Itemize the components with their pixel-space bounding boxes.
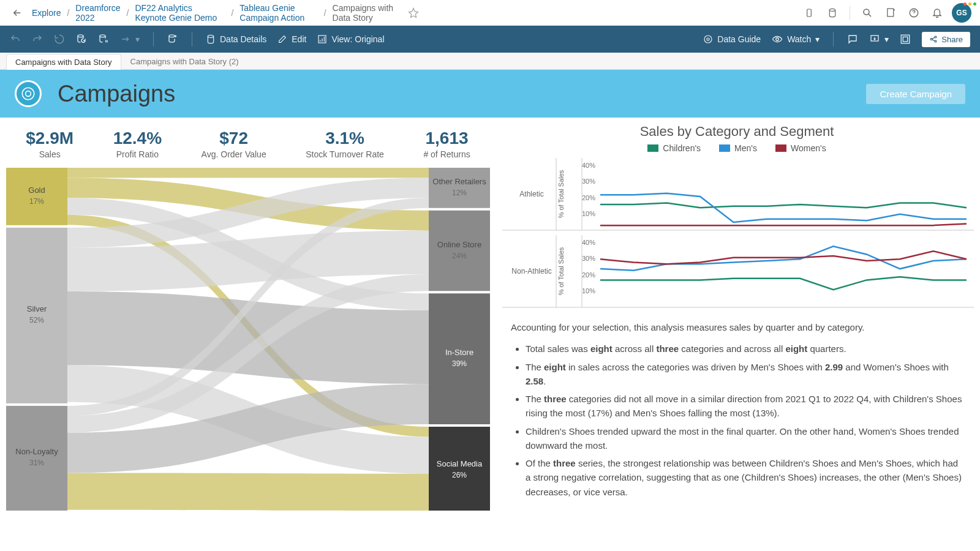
replay-button[interactable]: ▾: [120, 34, 140, 44]
story-intro: Accounting for your selection, this anal…: [511, 320, 963, 334]
revert-button[interactable]: [54, 34, 65, 45]
svg-text:Social Media: Social Media: [437, 459, 483, 468]
notifications-icon[interactable]: [929, 4, 946, 21]
svg-point-11: [704, 36, 712, 43]
breadcrumb: Explore/ Dreamforce 2022/ DF22 Analytics…: [32, 3, 399, 23]
right-pane: Sales by Category and Segment Children's…: [496, 118, 980, 551]
topbar: Explore/ Dreamforce 2022/ DF22 Analytics…: [0, 0, 980, 26]
tab-campaigns-data-story[interactable]: Campaigns with Data Story: [6, 54, 121, 70]
svg-text:12%: 12%: [452, 189, 467, 197]
redo-button[interactable]: [32, 34, 43, 45]
left-pane: $2.9MSales 12.4%Profit Ratio $72Avg. Ord…: [0, 118, 496, 551]
svg-text:31%: 31%: [29, 459, 44, 467]
svg-text:% of Total Sales: % of Total Sales: [557, 247, 565, 295]
legend-swatch: [775, 144, 786, 152]
back-button[interactable]: [9, 4, 26, 21]
svg-point-1: [829, 9, 835, 11]
svg-text:In-Store: In-Store: [445, 348, 473, 357]
create-campaign-button[interactable]: Create Campaign: [866, 84, 965, 104]
legend-swatch: [647, 144, 658, 152]
download-icon[interactable]: ▾: [869, 34, 889, 45]
svg-rect-0: [807, 9, 812, 17]
fullscreen-icon[interactable]: [900, 34, 911, 45]
kpi-stock-turnover: 3.1%Stock Turnover Rate: [306, 129, 384, 159]
dashboard-content: $2.9MSales 12.4%Profit Ratio $72Avg. Ord…: [0, 118, 980, 551]
window-traffic-lights: [963, 2, 976, 6]
svg-rect-14: [902, 35, 910, 43]
tab-campaigns-data-story-2[interactable]: Campaigns with Data Story (2): [121, 53, 248, 69]
database-icon[interactable]: [824, 4, 841, 21]
new-datasource-icon[interactable]: [167, 34, 178, 45]
svg-text:30%: 30%: [582, 178, 595, 185]
comments-icon[interactable]: [847, 34, 858, 45]
svg-rect-30: [429, 168, 490, 208]
undo-button[interactable]: [10, 34, 21, 45]
svg-point-6: [100, 35, 105, 37]
data-details-button[interactable]: Data Details: [206, 34, 266, 44]
svg-text:10%: 10%: [582, 210, 595, 217]
dashboard-title: Campaigns: [58, 81, 850, 107]
svg-text:30%: 30%: [582, 255, 595, 262]
svg-text:Online Store: Online Store: [437, 240, 481, 249]
sankey-chart[interactable]: Gold17%Silver52%Non-Loyalty31%Other Reta…: [6, 168, 490, 511]
dashboard-banner: Campaigns Create Campaign: [0, 70, 980, 118]
data-guide-button[interactable]: Data Guide: [703, 34, 761, 44]
story-bullet: Total sales was eight across all three c…: [526, 342, 963, 356]
svg-point-19: [22, 88, 34, 100]
svg-point-10: [707, 38, 709, 40]
kpi-profit-ratio: 12.4%Profit Ratio: [113, 129, 162, 159]
avatar[interactable]: GS: [952, 3, 971, 23]
view-button[interactable]: View: Original: [317, 34, 384, 44]
svg-rect-3: [887, 9, 893, 17]
breadcrumb-link[interactable]: Dreamforce 2022: [75, 3, 120, 23]
favorite-icon[interactable]: [405, 4, 422, 21]
svg-text:Athletic: Athletic: [519, 190, 543, 198]
svg-text:Gold: Gold: [28, 186, 45, 195]
svg-point-7: [169, 35, 175, 37]
svg-text:40%: 40%: [582, 162, 595, 169]
svg-text:24%: 24%: [452, 252, 467, 260]
svg-point-8: [208, 35, 213, 37]
story-bullets: Total sales was eight across all three c…: [511, 342, 963, 503]
breadcrumb-link[interactable]: DF22 Analytics Keynote Genie Demo: [135, 3, 225, 23]
svg-point-12: [776, 38, 779, 41]
dashboard-logo-icon: [15, 80, 42, 107]
story-bullet: The eight in sales across the categories…: [526, 360, 963, 389]
svg-text:20%: 20%: [582, 194, 595, 201]
pause-data-icon[interactable]: [98, 34, 109, 45]
svg-rect-21: [6, 168, 67, 225]
search-icon[interactable]: [859, 4, 876, 21]
share-button[interactable]: Share: [922, 32, 970, 47]
svg-text:17%: 17%: [29, 197, 44, 206]
toolbar: ▾ Data Details Edit View: Original Data …: [0, 26, 980, 53]
breadcrumb-link[interactable]: Tableau Genie Campaign Action: [239, 3, 317, 23]
kpi-avg-order: $72Avg. Order Value: [202, 129, 266, 159]
data-story: Accounting for your selection, this anal…: [502, 313, 971, 503]
svg-text:Non-Loyalty: Non-Loyalty: [15, 447, 58, 456]
legend-swatch: [719, 144, 730, 152]
line-chart[interactable]: % of Total SalesAthletic10%20%30%40%% of…: [502, 158, 974, 311]
svg-text:Silver: Silver: [27, 304, 47, 313]
kpi-row: $2.9MSales 12.4%Profit Ratio $72Avg. Ord…: [6, 129, 490, 159]
edit-button[interactable]: Edit: [277, 34, 306, 44]
watch-button[interactable]: Watch ▾: [772, 34, 820, 44]
svg-point-5: [78, 35, 83, 37]
svg-rect-36: [429, 293, 490, 424]
svg-text:40%: 40%: [582, 239, 595, 246]
help-icon[interactable]: [905, 4, 922, 21]
svg-rect-33: [429, 211, 490, 291]
refresh-data-icon[interactable]: [76, 34, 87, 45]
device-icon[interactable]: [801, 4, 818, 21]
chart-title: Sales by Category and Segment: [502, 124, 971, 140]
breadcrumb-link[interactable]: Explore: [32, 8, 61, 18]
svg-rect-27: [6, 406, 67, 511]
svg-point-20: [26, 91, 31, 97]
svg-text:20%: 20%: [582, 271, 595, 279]
svg-text:Other Retailers: Other Retailers: [432, 177, 486, 186]
svg-text:39%: 39%: [452, 359, 467, 368]
svg-text:% of Total Sales: % of Total Sales: [557, 170, 565, 218]
story-bullet: Of the three series, the strongest relat…: [526, 456, 963, 499]
new-icon[interactable]: [882, 4, 899, 21]
sheet-tabs: Campaigns with Data Story Campaigns with…: [0, 53, 980, 70]
svg-point-2: [864, 9, 869, 15]
